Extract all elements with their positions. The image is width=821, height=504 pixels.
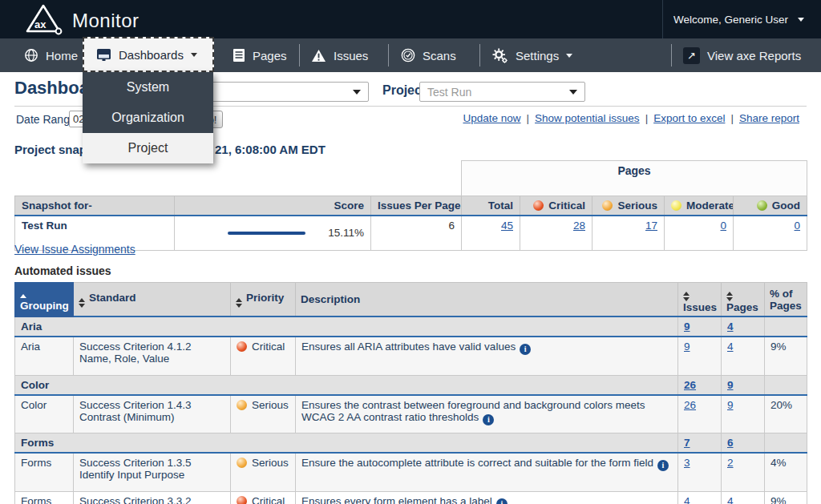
action-link-update-now[interactable]: Update now bbox=[463, 112, 520, 124]
info-icon[interactable]: i bbox=[657, 460, 669, 471]
nav-divider bbox=[388, 44, 389, 67]
group-pages-link[interactable]: 4 bbox=[727, 321, 734, 333]
snapshot-link-moderate[interactable]: 0 bbox=[720, 220, 726, 232]
view-axe-reports-link[interactable]: ↗ View axe Reports bbox=[683, 38, 801, 72]
issue-pct: 9% bbox=[765, 491, 807, 504]
snapshot-link-serious[interactable]: 17 bbox=[645, 220, 657, 232]
group-issues-link[interactable]: 7 bbox=[684, 437, 690, 449]
automated-col-priority[interactable]: Priority bbox=[231, 283, 296, 317]
issue-row: FormsSuccess Criterion 1.3.5 Identify In… bbox=[15, 453, 807, 491]
pages-group-row: Pages bbox=[15, 161, 807, 196]
snapshot-serious-cell: 17 bbox=[592, 216, 665, 251]
gear-icon bbox=[492, 48, 508, 63]
snapshot-col-snapshot-for-: Snapshot for- bbox=[15, 196, 175, 216]
group-issues-link[interactable]: 26 bbox=[684, 379, 696, 391]
automated-col-grouping[interactable]: Grouping bbox=[15, 283, 74, 317]
group-name: Forms bbox=[15, 433, 678, 454]
issue-issues-link[interactable]: 4 bbox=[684, 495, 690, 504]
group-name: Aria bbox=[15, 317, 678, 337]
snapshot-col-issues-per-page: Issues Per Page bbox=[371, 196, 462, 216]
automated-issues-table: GroupingStandardPriorityDescriptionIssue… bbox=[14, 282, 807, 504]
sort-icon bbox=[726, 292, 733, 301]
date-range-label: Date Range bbox=[16, 113, 76, 126]
snapshot-link-total[interactable]: 45 bbox=[501, 220, 513, 232]
nav-item-dashboards[interactable]: Dashboards bbox=[83, 37, 214, 72]
score-value: 15.11% bbox=[328, 227, 364, 239]
issues-per-page-value: 6 bbox=[371, 216, 462, 251]
nav-item-label: Issues bbox=[334, 49, 368, 62]
menu-item-organization[interactable]: Organization bbox=[83, 103, 213, 133]
sort-icon bbox=[683, 292, 690, 301]
snapshot-link-good[interactable]: 0 bbox=[795, 220, 801, 232]
critical-dot-icon bbox=[237, 341, 247, 352]
issue-pages-link[interactable]: 2 bbox=[727, 457, 734, 469]
chevron-down-icon bbox=[569, 90, 577, 95]
critical-dot-icon bbox=[237, 496, 247, 504]
dashboards-dropdown-menu: System Organization Project bbox=[83, 72, 213, 163]
project-snapshot-table: PagesSnapshot for-ScoreIssues Per PageTo… bbox=[14, 160, 807, 251]
snapshot-total-cell: 45 bbox=[462, 216, 520, 251]
nav-divider bbox=[479, 44, 480, 67]
view-axe-reports-label: View axe Reports bbox=[707, 49, 801, 62]
issue-standard: Success Criterion 1.3.5 Identify Input P… bbox=[74, 453, 231, 491]
user-menu[interactable]: Welcome, Generic User bbox=[673, 0, 804, 38]
pages-icon bbox=[233, 48, 245, 62]
snapshot-score: 15.11% bbox=[175, 216, 371, 251]
info-icon[interactable]: i bbox=[483, 414, 494, 425]
issue-issues-link[interactable]: 9 bbox=[684, 341, 690, 353]
nav-item-label: Scans bbox=[423, 49, 456, 62]
sort-icon bbox=[79, 298, 85, 308]
view-issue-assignments-link[interactable]: View Issue Assignments bbox=[14, 243, 135, 256]
chevron-down-icon bbox=[566, 54, 572, 58]
brand-name: Monitor bbox=[72, 10, 140, 32]
issue-standard: Success Criterion 4.1.2 Name, Role, Valu… bbox=[74, 337, 231, 375]
nav-item-scans[interactable]: Scans bbox=[401, 38, 456, 72]
menu-item-project[interactable]: Project bbox=[83, 133, 213, 163]
issue-issues-link[interactable]: 26 bbox=[684, 399, 696, 411]
automated-col-standard[interactable]: Standard bbox=[74, 283, 231, 317]
nav-item-pages[interactable]: Pages bbox=[233, 38, 287, 72]
project-select[interactable]: Test Run bbox=[419, 82, 585, 102]
group-issues-link[interactable]: 9 bbox=[684, 321, 690, 333]
issue-grouping: Color bbox=[15, 395, 74, 433]
issue-pct: 4% bbox=[765, 453, 807, 491]
snapshot-moderate-cell: 0 bbox=[665, 216, 734, 251]
serious-dot-icon bbox=[237, 400, 247, 410]
info-icon[interactable]: i bbox=[496, 498, 508, 504]
issue-issues-link[interactable]: 3 bbox=[684, 457, 690, 469]
automated-col-issues[interactable]: Issues bbox=[678, 283, 722, 317]
external-arrow-icon: ↗ bbox=[683, 47, 700, 64]
top-bar: ax Monitor Welcome, Generic User bbox=[0, 0, 821, 38]
snapshot-link-critical[interactable]: 28 bbox=[573, 220, 585, 232]
issue-description: Ensures the contrast between foreground … bbox=[296, 395, 678, 433]
action-link-share-report[interactable]: Share report bbox=[739, 112, 799, 124]
snapshot-col-serious: Serious bbox=[592, 196, 665, 216]
issue-standard: Success Criterion 1.4.3 Contrast (Minimu… bbox=[74, 395, 231, 433]
group-name: Color bbox=[15, 375, 678, 395]
menu-item-system[interactable]: System bbox=[83, 72, 213, 103]
chevron-down-icon bbox=[798, 18, 804, 22]
group-pages-link[interactable]: 9 bbox=[727, 379, 734, 391]
automated-col-description: Description bbox=[296, 283, 678, 317]
action-link-export-to-excel[interactable]: Export to excel bbox=[653, 112, 725, 124]
issue-pages-link[interactable]: 4 bbox=[727, 495, 734, 504]
svg-text:ax: ax bbox=[34, 18, 47, 30]
issue-pages-link[interactable]: 9 bbox=[727, 399, 734, 411]
nav-item-settings[interactable]: Settings bbox=[492, 38, 572, 72]
action-link-show-potential-issues[interactable]: Show potential issues bbox=[535, 112, 640, 124]
nav-item-issues[interactable]: Issues bbox=[311, 38, 368, 72]
issue-row: ColorSuccess Criterion 1.4.3 Contrast (M… bbox=[15, 395, 807, 433]
issue-description: Ensures every form element has a labeli bbox=[296, 491, 678, 504]
issue-standard: Success Criterion 3.3.2 Labels or bbox=[74, 491, 231, 504]
issue-pages-link[interactable]: 4 bbox=[727, 341, 734, 353]
automated-issues-heading: Automated issues bbox=[14, 264, 111, 277]
snapshot-caption-date: 21, 6:08:00 AM EDT bbox=[215, 143, 326, 156]
automated-col-pages[interactable]: Pages bbox=[722, 283, 765, 317]
project-select-value: Test Run bbox=[427, 86, 471, 99]
nav-item-home[interactable]: Home bbox=[24, 38, 78, 72]
scan-icon bbox=[401, 48, 415, 62]
sort-icon bbox=[236, 298, 242, 308]
info-icon[interactable]: i bbox=[520, 344, 531, 355]
group-pages-link[interactable]: 6 bbox=[727, 437, 734, 449]
issue-description: Ensure the autocomplete attribute is cor… bbox=[296, 453, 678, 491]
